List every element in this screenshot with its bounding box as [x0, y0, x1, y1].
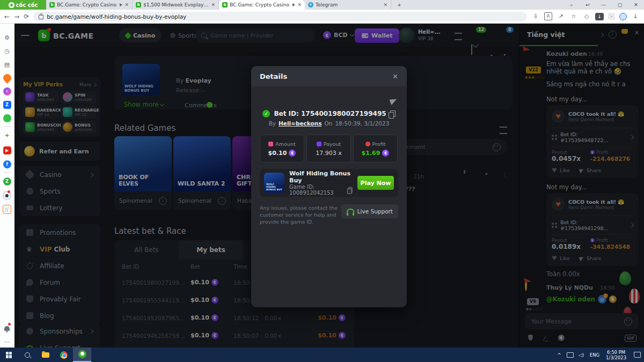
notification-bell-icon[interactable] — [3, 324, 11, 333]
sports-site-icon[interactable]: ● — [3, 191, 11, 200]
coccoc-logo-icon — [9, 2, 14, 8]
forward-icon[interactable]: → — [14, 13, 19, 20]
divider — [3, 172, 11, 173]
share-bet-icon[interactable] — [389, 97, 398, 105]
tab-title: BC.Game: Crypto Casino — [230, 2, 290, 8]
lock-icon — [39, 15, 43, 19]
network-icon[interactable] — [565, 348, 575, 362]
download-active-icon[interactable]: ↓ — [595, 13, 604, 20]
taskbar-search-icon[interactable] — [18, 348, 36, 362]
shield-icon[interactable]: ◇ — [582, 13, 591, 20]
window-close-button[interactable]: ✕ — [628, 0, 644, 10]
chrome-icon[interactable] — [55, 348, 73, 362]
browser-tab-1[interactable]: b BC.Game: Crypto Casino ✕ — [46, 0, 133, 10]
save-page-icon[interactable]: ⇩ — [531, 13, 540, 20]
tab-close-icon[interactable]: ✕ — [125, 2, 129, 8]
newsfeed-icon[interactable]: ▤ — [3, 60, 11, 69]
payout-stat: Payout 17.903 x — [306, 135, 351, 162]
browser-tab-2[interactable]: b $1,500 Midweek Evoplay Mu ✕ — [133, 0, 219, 10]
translate-icon[interactable]: A — [544, 12, 552, 20]
profit-value: $1.69 — [362, 150, 380, 157]
browser-favorites-bar: ⚙ ◷ ▤ ⚡ Z + ▶ f Z ● 🛒 ⋯ — [0, 24, 15, 348]
extensions-puzzle-icon[interactable]: · — [608, 13, 615, 20]
tab-title: $1,500 Midweek Evoplay Mu — [143, 2, 209, 8]
copy-icon[interactable] — [390, 110, 396, 117]
search-tabs-icon[interactable]: ⌕ — [564, 0, 580, 10]
modal-game-id: Game ID: 1008912042153 — [289, 184, 346, 196]
url-text: bc.game/game/wolf-hiding-bonus-buy-by-ev… — [47, 13, 186, 20]
profit-stat: Profit $1.69¢ — [353, 135, 398, 162]
bet-id-row: ✓ Bet ID: 1754001980027199495 — [251, 110, 407, 117]
headset-icon — [347, 209, 354, 214]
screen: cốc cốc b BC.Game: Crypto Casino ✕ b $1,… — [0, 0, 644, 362]
browser-tab-3-active[interactable]: b BC.Game: Crypto Casino ✕ — [219, 0, 305, 10]
payout-icon — [317, 142, 321, 146]
brand-label: cốc cốc — [16, 2, 38, 8]
modal-game-name: Wolf Hiding Bonus Buy — [289, 170, 353, 184]
history-clock-icon[interactable]: ◷ — [3, 47, 11, 55]
profit-icon — [365, 142, 370, 146]
browser-profile-avatar[interactable] — [619, 13, 627, 20]
payout-value: 17.903 x — [316, 150, 342, 157]
action-center-icon[interactable] — [630, 348, 644, 362]
copy-icon[interactable] — [348, 187, 352, 193]
zalo-pc-icon[interactable]: Z — [3, 177, 11, 186]
downloads-icon[interactable]: ↓ — [631, 13, 640, 20]
modal-game-thumbnail[interactable]: WOLF HIDING BONUS BUY — [264, 173, 284, 193]
settings-gear-icon[interactable]: ⚙ — [3, 33, 11, 42]
bet-stats-row: Amount $0.10¢ Payout 17.903 x Profit $1.… — [260, 135, 398, 162]
add-favorite-button[interactable]: + — [3, 131, 11, 139]
facebook-icon[interactable]: f — [3, 160, 11, 168]
tab-close-icon[interactable]: ✕ — [383, 2, 387, 8]
coccoc-taskbar-icon-active[interactable] — [73, 348, 91, 362]
windows-taskbar: ^ ◁) ENG 6:50 PM 1/3/2023 — [0, 348, 644, 362]
window-maximize-button[interactable]: ▢ — [612, 0, 628, 10]
modal-game-card: WOLF HIDING BONUS BUY Wolf Hiding Bonus … — [260, 169, 398, 197]
tray-expand-icon[interactable]: ^ — [554, 348, 565, 362]
start-button[interactable] — [0, 348, 18, 362]
modal-header: Details ✕ — [251, 66, 407, 86]
bet-owner[interactable]: Hell≈beckons — [279, 120, 321, 127]
play-now-button[interactable]: Play Now — [357, 176, 394, 190]
coccoc-brand[interactable]: cốc cốc — [0, 0, 46, 10]
language-indicator[interactable]: ENG — [587, 348, 602, 362]
bcgame-favicon: b — [49, 2, 55, 8]
bet-by-row: By Hell≈beckons On 18:50:39, 3/1/2023 — [251, 120, 407, 127]
verified-check-icon: ✓ — [262, 110, 270, 117]
shopping-cart-icon[interactable]: 🛒 — [3, 205, 11, 213]
clock[interactable]: 6:50 PM 1/3/2023 — [602, 348, 630, 362]
amount-icon — [268, 142, 273, 146]
tab-title: BC.Game: Crypto Casino — [57, 2, 118, 8]
tray-time: 6:50 PM — [607, 350, 625, 355]
tab-close-icon[interactable]: ✕ — [297, 2, 302, 8]
browser-toolbar: ← → ⟳ bc.game/game/wolf-hiding-bonus-buy… — [0, 10, 644, 24]
volume-icon[interactable]: ◁) — [575, 348, 587, 362]
window-minimize-button[interactable]: — — [596, 0, 612, 10]
back-icon[interactable]: ← — [4, 13, 10, 20]
flame-icon[interactable] — [3, 73, 11, 82]
tab-close-icon[interactable]: ✕ — [211, 2, 215, 8]
browser-tab-4[interactable]: ✈ Telegram ✕ — [305, 0, 391, 10]
messenger-icon[interactable]: ⚡ — [3, 87, 11, 95]
modal-close-icon[interactable]: ✕ — [392, 72, 398, 80]
coin-icon: ¢ — [382, 150, 389, 157]
modal-live-support-button[interactable]: Live Support — [341, 204, 398, 218]
bookmark-star-icon[interactable]: ☆ — [569, 13, 578, 20]
audio-icon — [292, 3, 295, 6]
modal-issues-note: Any issues, please contact the customer … — [260, 204, 346, 225]
tab-title: Telegram — [316, 2, 381, 8]
gamepad-icon[interactable] — [3, 114, 11, 122]
share-icon[interactable]: ↗ — [557, 13, 565, 20]
youtube-icon[interactable]: ▶ — [3, 146, 11, 154]
coin-icon: ¢ — [289, 150, 296, 157]
file-explorer-icon[interactable] — [36, 348, 55, 362]
reload-icon[interactable]: ⟳ — [24, 13, 29, 20]
bcgame-favicon: b — [222, 2, 228, 8]
amount-stat: Amount $0.10¢ — [260, 135, 304, 162]
tab-history-icon[interactable]: ↩ — [580, 0, 596, 10]
address-bar[interactable]: bc.game/game/wolf-hiding-bonus-buy-by-ev… — [33, 12, 527, 21]
more-options-icon[interactable]: ⋯ — [3, 337, 11, 346]
audio-icon — [120, 3, 122, 6]
zalo-icon[interactable]: Z — [3, 100, 11, 109]
new-tab-button[interactable]: + — [391, 0, 407, 10]
